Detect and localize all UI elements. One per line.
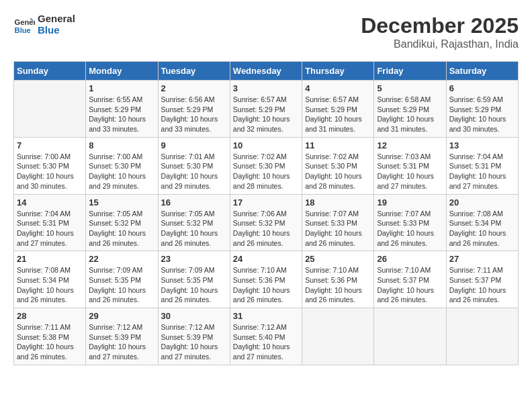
day-info: Sunrise: 7:02 AMSunset: 5:30 PMDaylight:…	[305, 152, 371, 191]
calendar-cell: 24Sunrise: 7:10 AMSunset: 5:36 PMDayligh…	[230, 251, 302, 308]
day-info: Sunrise: 7:04 AMSunset: 5:31 PMDaylight:…	[17, 209, 83, 248]
day-info: Sunrise: 6:57 AMSunset: 5:29 PMDaylight:…	[233, 95, 299, 134]
day-number: 12	[377, 140, 443, 150]
calendar-cell	[14, 81, 86, 138]
calendar-cell: 22Sunrise: 7:09 AMSunset: 5:35 PMDayligh…	[86, 251, 158, 308]
calendar-cell: 14Sunrise: 7:04 AMSunset: 5:31 PMDayligh…	[14, 194, 86, 251]
day-info: Sunrise: 7:10 AMSunset: 5:36 PMDaylight:…	[233, 265, 299, 305]
day-info: Sunrise: 6:59 AMSunset: 5:29 PMDaylight:…	[449, 95, 515, 134]
day-number: 24	[233, 254, 299, 264]
calendar-cell: 4Sunrise: 6:57 AMSunset: 5:29 PMDaylight…	[302, 81, 374, 138]
month-year-title: December 2025	[361, 13, 519, 38]
calendar-cell: 18Sunrise: 7:07 AMSunset: 5:33 PMDayligh…	[302, 194, 374, 251]
day-number: 9	[161, 140, 227, 150]
day-info: Sunrise: 7:00 AMSunset: 5:30 PMDaylight:…	[17, 152, 83, 191]
calendar-cell: 21Sunrise: 7:08 AMSunset: 5:34 PMDayligh…	[14, 251, 86, 308]
day-info: Sunrise: 7:07 AMSunset: 5:33 PMDaylight:…	[377, 209, 443, 248]
day-info: Sunrise: 6:56 AMSunset: 5:29 PMDaylight:…	[161, 95, 227, 134]
day-number: 7	[17, 140, 83, 150]
calendar-cell: 11Sunrise: 7:02 AMSunset: 5:30 PMDayligh…	[302, 137, 374, 194]
calendar-cell	[302, 308, 374, 365]
day-info: Sunrise: 7:08 AMSunset: 5:34 PMDaylight:…	[17, 265, 83, 305]
calendar-cell: 2Sunrise: 6:56 AMSunset: 5:29 PMDaylight…	[158, 81, 230, 138]
calendar-cell: 31Sunrise: 7:12 AMSunset: 5:40 PMDayligh…	[230, 308, 302, 365]
page-header: General Blue General Blue December 2025 …	[13, 13, 519, 50]
day-of-week-thursday: Thursday	[302, 62, 374, 81]
calendar-cell	[374, 308, 446, 365]
day-number: 1	[89, 83, 154, 93]
calendar-cell: 28Sunrise: 7:11 AMSunset: 5:38 PMDayligh…	[14, 308, 86, 365]
day-number: 22	[89, 254, 154, 264]
day-info: Sunrise: 7:03 AMSunset: 5:31 PMDaylight:…	[377, 152, 443, 191]
calendar-cell: 9Sunrise: 7:01 AMSunset: 5:30 PMDaylight…	[158, 137, 230, 194]
calendar-cell: 5Sunrise: 6:58 AMSunset: 5:29 PMDaylight…	[374, 81, 446, 138]
title-area: December 2025 Bandikui, Rajasthan, India	[361, 13, 519, 50]
day-of-week-tuesday: Tuesday	[158, 62, 230, 81]
day-info: Sunrise: 7:11 AMSunset: 5:38 PMDaylight:…	[17, 322, 83, 362]
calendar-week-1: 1Sunrise: 6:55 AMSunset: 5:29 PMDaylight…	[14, 81, 519, 138]
logo-line1: General	[38, 13, 75, 25]
day-number: 14	[17, 197, 83, 208]
day-number: 17	[233, 197, 299, 208]
day-number: 20	[449, 197, 515, 208]
day-number: 28	[17, 311, 83, 321]
calendar-cell: 23Sunrise: 7:09 AMSunset: 5:35 PMDayligh…	[158, 251, 230, 308]
day-number: 26	[377, 254, 443, 264]
calendar-cell: 15Sunrise: 7:05 AMSunset: 5:32 PMDayligh…	[86, 194, 158, 251]
calendar-week-3: 14Sunrise: 7:04 AMSunset: 5:31 PMDayligh…	[14, 194, 519, 251]
day-info: Sunrise: 7:02 AMSunset: 5:30 PMDaylight:…	[233, 152, 299, 191]
day-number: 27	[449, 254, 515, 264]
day-number: 16	[161, 197, 227, 208]
calendar-cell: 25Sunrise: 7:10 AMSunset: 5:36 PMDayligh…	[302, 251, 374, 308]
day-info: Sunrise: 6:57 AMSunset: 5:29 PMDaylight:…	[305, 95, 371, 134]
day-number: 30	[161, 311, 227, 321]
day-info: Sunrise: 6:55 AMSunset: 5:29 PMDaylight:…	[89, 95, 154, 134]
day-info: Sunrise: 7:09 AMSunset: 5:35 PMDaylight:…	[89, 265, 154, 305]
day-number: 31	[233, 311, 299, 321]
logo: General Blue General Blue	[13, 13, 75, 36]
calendar-week-4: 21Sunrise: 7:08 AMSunset: 5:34 PMDayligh…	[14, 251, 519, 308]
calendar-cell: 3Sunrise: 6:57 AMSunset: 5:29 PMDaylight…	[230, 81, 302, 138]
calendar-cell: 16Sunrise: 7:05 AMSunset: 5:32 PMDayligh…	[158, 194, 230, 251]
day-number: 11	[305, 140, 371, 150]
calendar-cell: 6Sunrise: 6:59 AMSunset: 5:29 PMDaylight…	[446, 81, 518, 138]
day-info: Sunrise: 7:12 AMSunset: 5:39 PMDaylight:…	[89, 322, 154, 362]
calendar-cell	[446, 308, 518, 365]
day-info: Sunrise: 7:06 AMSunset: 5:32 PMDaylight:…	[233, 209, 299, 248]
day-number: 10	[233, 140, 299, 150]
calendar-week-2: 7Sunrise: 7:00 AMSunset: 5:30 PMDaylight…	[14, 137, 519, 194]
day-number: 6	[449, 83, 515, 93]
day-number: 2	[161, 83, 227, 93]
day-number: 18	[305, 197, 371, 208]
calendar-table: SundayMondayTuesdayWednesdayThursdayFrid…	[13, 61, 519, 365]
calendar-cell: 12Sunrise: 7:03 AMSunset: 5:31 PMDayligh…	[374, 137, 446, 194]
day-info: Sunrise: 7:00 AMSunset: 5:30 PMDaylight:…	[89, 152, 154, 191]
day-info: Sunrise: 7:07 AMSunset: 5:33 PMDaylight:…	[305, 209, 371, 248]
day-number: 8	[89, 140, 154, 150]
calendar-cell: 30Sunrise: 7:12 AMSunset: 5:39 PMDayligh…	[158, 308, 230, 365]
location-subtitle: Bandikui, Rajasthan, India	[361, 38, 519, 50]
day-number: 5	[377, 83, 443, 93]
calendar-cell: 7Sunrise: 7:00 AMSunset: 5:30 PMDaylight…	[14, 137, 86, 194]
calendar-cell: 26Sunrise: 7:10 AMSunset: 5:37 PMDayligh…	[374, 251, 446, 308]
day-number: 29	[89, 311, 154, 321]
day-info: Sunrise: 7:08 AMSunset: 5:34 PMDaylight:…	[449, 209, 515, 248]
day-number: 4	[305, 83, 371, 93]
day-info: Sunrise: 7:05 AMSunset: 5:32 PMDaylight:…	[89, 209, 154, 248]
calendar-cell: 20Sunrise: 7:08 AMSunset: 5:34 PMDayligh…	[446, 194, 518, 251]
calendar-body: 1Sunrise: 6:55 AMSunset: 5:29 PMDaylight…	[14, 81, 519, 365]
day-info: Sunrise: 7:12 AMSunset: 5:39 PMDaylight:…	[161, 322, 227, 362]
day-number: 15	[89, 197, 154, 208]
day-number: 21	[17, 254, 83, 264]
day-info: Sunrise: 7:09 AMSunset: 5:35 PMDaylight:…	[161, 265, 227, 305]
day-info: Sunrise: 7:04 AMSunset: 5:31 PMDaylight:…	[449, 152, 515, 191]
day-info: Sunrise: 6:58 AMSunset: 5:29 PMDaylight:…	[377, 95, 443, 134]
calendar-cell: 29Sunrise: 7:12 AMSunset: 5:39 PMDayligh…	[86, 308, 158, 365]
day-of-week-wednesday: Wednesday	[230, 62, 302, 81]
day-number: 13	[449, 140, 515, 150]
day-info: Sunrise: 7:12 AMSunset: 5:40 PMDaylight:…	[233, 322, 299, 362]
calendar-cell: 8Sunrise: 7:00 AMSunset: 5:30 PMDaylight…	[86, 137, 158, 194]
day-of-week-monday: Monday	[86, 62, 158, 81]
logo-icon: General Blue	[13, 14, 35, 36]
day-number: 25	[305, 254, 371, 264]
